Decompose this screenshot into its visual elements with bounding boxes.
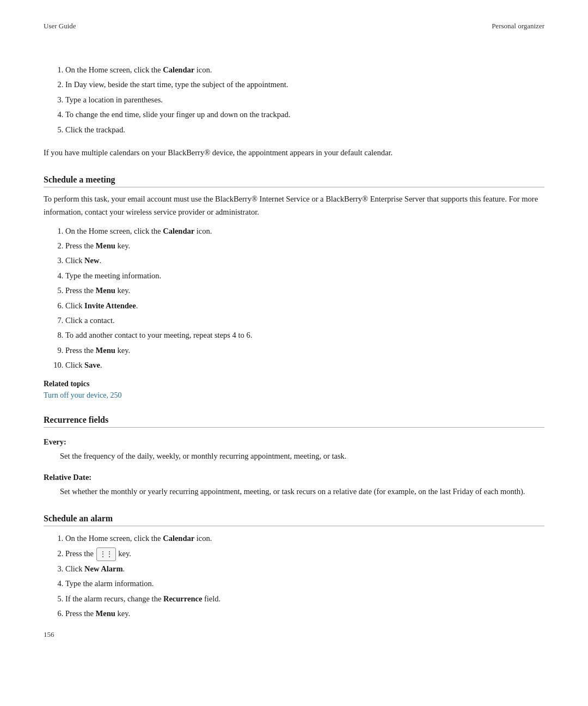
list-item: Press the ⋮⋮ key. <box>65 547 544 561</box>
list-item: To change the end time, slide your finge… <box>65 108 544 121</box>
recurrence-fields-section: Recurrence fields Every: Set the frequen… <box>44 415 544 498</box>
list-item: On the Home screen, click the Calendar i… <box>65 224 544 238</box>
relative-date-body: Set whether the monthly or yearly recurr… <box>60 485 544 498</box>
list-item: Click the trackpad. <box>65 123 544 137</box>
list-item: Type a location in parentheses. <box>65 93 544 107</box>
list-item: Click New Alarm. <box>65 562 544 576</box>
list-item: Click New. <box>65 254 544 267</box>
key-icon: ⋮⋮ <box>96 547 116 561</box>
recurrence-fields-heading: Recurrence fields <box>44 415 544 428</box>
list-item: On the Home screen, click the Calendar i… <box>65 532 544 545</box>
list-item: On the Home screen, click the Calendar i… <box>65 63 544 77</box>
schedule-alarm-heading: Schedule an alarm <box>44 514 544 526</box>
list-item: Type the meeting information. <box>65 269 544 283</box>
list-item: Press the Menu key. <box>65 344 544 357</box>
list-item: To add another contact to your meeting, … <box>65 328 544 342</box>
page-number: 156 <box>44 630 54 639</box>
related-topics-heading: Related topics <box>44 380 544 388</box>
list-item: Press the Menu key. <box>65 239 544 253</box>
list-item: If the alarm recurs, change the Recurren… <box>65 592 544 606</box>
schedule-alarm-steps: On the Home screen, click the Calendar i… <box>65 532 544 620</box>
schedule-meeting-description: To perform this task, your email account… <box>44 193 544 219</box>
relative-date-subheading: Relative Date: <box>44 473 544 482</box>
list-item: Press the Menu key. <box>65 607 544 620</box>
related-topics-link[interactable]: Turn off your device, 250 <box>44 391 122 399</box>
every-body: Set the frequency of the daily, weekly, … <box>60 450 544 463</box>
list-item: In Day view, beside the start time, type… <box>65 78 544 92</box>
intro-steps-list: On the Home screen, click the Calendar i… <box>44 63 544 137</box>
list-item: Click Save. <box>65 358 544 372</box>
list-item: Type the alarm information. <box>65 577 544 591</box>
schedule-meeting-steps: On the Home screen, click the Calendar i… <box>65 224 544 373</box>
list-item: Press the Menu key. <box>65 284 544 297</box>
header-left-label: User Guide <box>44 22 76 31</box>
intro-note: If you have multiple calendars on your B… <box>44 147 544 160</box>
header-right-label: Personal organizer <box>492 22 544 31</box>
list-item: Click Invite Attendee. <box>65 299 544 313</box>
schedule-alarm-section: Schedule an alarm On the Home screen, cl… <box>44 514 544 620</box>
list-item: Click a contact. <box>65 314 544 327</box>
schedule-meeting-section: Schedule a meeting To perform this task,… <box>44 175 544 400</box>
schedule-meeting-heading: Schedule a meeting <box>44 175 544 187</box>
every-subheading: Every: <box>44 437 544 447</box>
